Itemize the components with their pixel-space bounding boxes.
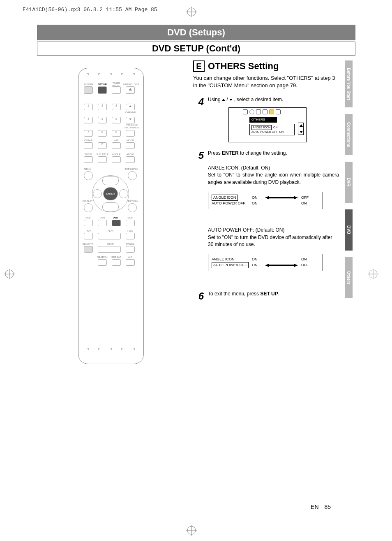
tab-before-you-start: Before You Start	[345, 60, 353, 107]
crop-mark-top	[186, 7, 197, 19]
angle-icon-desc: Set to "ON" to show the angle icon when …	[208, 172, 339, 186]
tab-dvr: DVR	[345, 162, 353, 203]
step-5-body: Press ENTER to change the setting. ANGLE…	[208, 150, 339, 274]
auto-power-heading: AUTO POWER OFF: (Default: ON)	[208, 227, 339, 234]
crop-mark-left	[4, 269, 15, 281]
double-arrow-icon	[265, 196, 298, 200]
footer-page: 85	[324, 504, 331, 510]
page-footer: EN 85	[311, 504, 331, 510]
step-number-5: 5	[193, 150, 204, 274]
step-number-4: 4	[193, 96, 204, 142]
print-job-header: E41A1CD(56-96).qx3 06.3.2 11:55 AM Page …	[23, 7, 157, 13]
remote-control-diagram: POWER SET UP TIMER PROG. OPEN/CLOSE 1 2 …	[78, 68, 144, 364]
tab-dvd: DVD	[345, 209, 353, 251]
section-letter: E	[193, 60, 205, 72]
crop-mark-right	[368, 269, 378, 281]
others-heading: E OTHERS Setting	[193, 60, 339, 72]
step-6-body: To exit the menu, press SET UP.	[208, 290, 339, 302]
chapter-title: DVD (Setups)	[37, 25, 355, 40]
page-area: DVD (Setups) DVD SETUP (Cont'd) POWER SE…	[37, 25, 355, 522]
step-4-body: Using / , select a desired item. OTHERS …	[208, 96, 339, 142]
side-tabs: Before You Start Connections DVR DVD Oth…	[345, 60, 355, 305]
crop-mark-bottom	[186, 525, 197, 537]
angle-icon-options: ANGLE ICON ON OFF AUTO POWER OFF ON ON	[208, 192, 323, 212]
section-intro: You can change other functions. Select "…	[193, 74, 339, 89]
tab-connections: Connections	[345, 114, 353, 155]
section-title-text: OTHERS Setting	[208, 61, 279, 72]
footer-lang: EN	[311, 504, 318, 510]
double-arrow-icon	[265, 264, 298, 267]
auto-power-options: ANGLE ICON ON ON AUTO POWER OFF ON OFF	[208, 254, 323, 274]
updown-scroll-icon	[298, 123, 304, 135]
step-number-6: 6	[193, 290, 204, 302]
up-arrow-icon	[222, 99, 225, 101]
tab-others: Others	[345, 257, 353, 298]
auto-power-desc: Set to "ON" to turn the DVD device off a…	[208, 234, 339, 248]
section-title: DVD SETUP (Cont'd)	[37, 42, 355, 56]
osd-menu-diagram: OTHERS ANGLE ICON ON AUTO POWER OFF ON	[228, 107, 307, 142]
angle-icon-heading: ANGLE ICON: (Default: ON)	[208, 165, 339, 172]
down-arrow-icon	[229, 99, 233, 101]
